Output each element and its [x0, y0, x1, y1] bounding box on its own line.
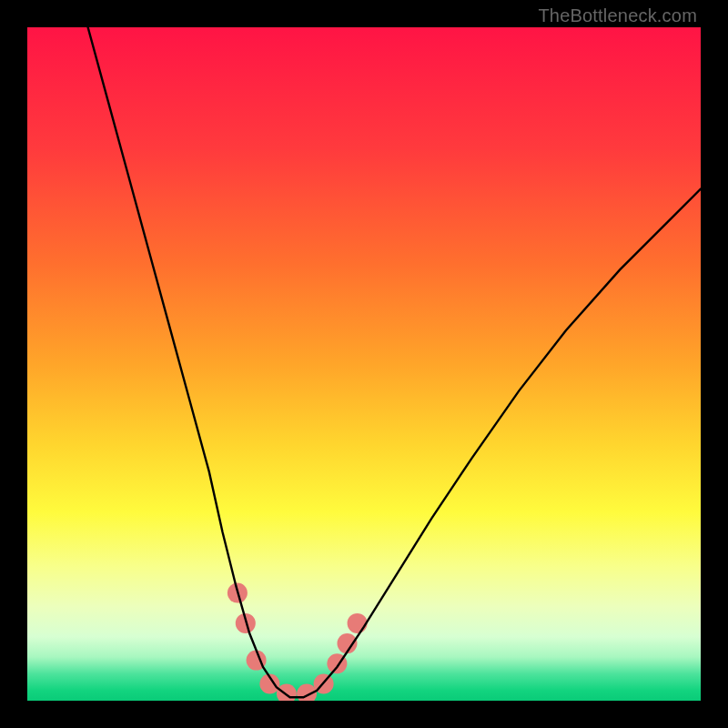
marker-bead [348, 613, 368, 633]
chart-frame: TheBottleneck.com [0, 0, 728, 728]
marker-beads-group [228, 583, 368, 701]
watermark-text: TheBottleneck.com [538, 5, 697, 26]
curve-layer [27, 27, 701, 701]
bottleneck-curve [88, 27, 701, 697]
plot-area [27, 27, 701, 701]
